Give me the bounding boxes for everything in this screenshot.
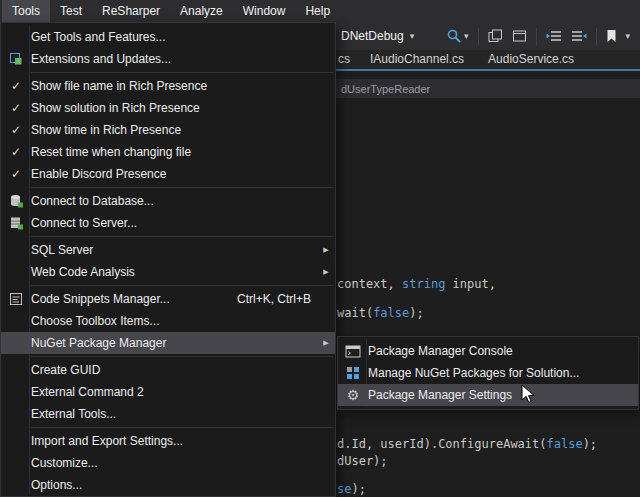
- list-arrow-left-icon[interactable]: [546, 29, 562, 43]
- vs-window: dUserTypeReader context, string input, w…: [0, 0, 640, 497]
- code-keyword: false: [547, 437, 583, 451]
- toolbar-separator: [536, 28, 537, 45]
- snippets-icon: [1, 292, 31, 306]
- menu-separator: [31, 236, 333, 237]
- menu-item-label: Show file name in Rich Presence: [31, 79, 207, 93]
- menu-separator: [31, 72, 333, 73]
- debug-target-dropdown[interactable]: DNetDebug ▾: [326, 22, 414, 50]
- menu-item-label: Options...: [31, 478, 82, 492]
- menubar-item-tools[interactable]: Tools: [2, 0, 50, 22]
- menu-item-label: Package Manager Settings: [368, 388, 512, 402]
- menu-item-external-command-2[interactable]: External Command 2: [1, 381, 335, 403]
- tab-iaudiochannel[interactable]: IAudioChannel.cs: [358, 50, 476, 69]
- check-icon: ✓: [11, 124, 21, 136]
- submenu-item-manage-nuget-packages[interactable]: Manage NuGet Packages for Solution...: [338, 362, 638, 384]
- menu-item-label: Extensions and Updates...: [31, 52, 171, 66]
- submenu-item-package-manager-console[interactable]: Package Manager Console: [338, 340, 638, 362]
- menu-item-label: External Command 2: [31, 385, 144, 399]
- menu-item-shortcut: Ctrl+K, Ctrl+B: [237, 292, 311, 306]
- tools-menu: Get Tools and Features... Extensions and…: [0, 22, 336, 497]
- menu-item-import-export-settings[interactable]: Import and Export Settings...: [1, 430, 335, 452]
- chevron-down-icon: ▾: [410, 32, 415, 41]
- tab-audioservice[interactable]: AudioService.cs: [476, 50, 586, 69]
- check-icon: ✓: [11, 80, 21, 92]
- check-icon: ✓: [1, 168, 31, 180]
- code-text: );: [351, 482, 365, 496]
- menu-item-label: Customize...: [31, 456, 98, 470]
- code-text: context,: [337, 277, 402, 291]
- code-keyword: false: [373, 306, 409, 320]
- list-arrow-right-icon[interactable]: [571, 29, 587, 43]
- nuget-submenu: Package Manager Console Manage NuGet Pac…: [337, 336, 639, 410]
- menu-item-connect-to-database[interactable]: Connect to Database...: [1, 190, 335, 212]
- menu-bar: Tools Test ReSharper Analyze Window Help: [0, 0, 640, 22]
- menubar-item-test[interactable]: Test: [50, 0, 92, 22]
- search-icon[interactable]: ▾: [446, 28, 469, 44]
- bookmark-icon[interactable]: [606, 29, 617, 43]
- menubar-item-help[interactable]: Help: [295, 0, 340, 22]
- menu-item-label: Code Snippets Manager...: [31, 292, 170, 306]
- code-text: );: [583, 437, 597, 451]
- menu-item-label: Manage NuGet Packages for Solution...: [368, 366, 579, 380]
- menu-item-label: Get Tools and Features...: [31, 30, 166, 44]
- menu-item-label: Show time in Rich Presence: [31, 123, 181, 137]
- menu-item-label: Web Code Analysis: [31, 265, 135, 279]
- toolbar-icons: ▾ ▾: [446, 22, 630, 50]
- menu-item-label: Create GUID: [31, 363, 100, 377]
- menubar-item-analyze[interactable]: Analyze: [170, 0, 233, 22]
- menu-item-connect-to-server[interactable]: Connect to Server...: [1, 212, 335, 234]
- menu-item-enable-discord-presence[interactable]: ✓ Enable Discord Presence: [1, 163, 335, 185]
- menu-item-nuget-package-manager[interactable]: NuGet Package Manager ▶: [1, 332, 335, 354]
- menu-separator: [31, 285, 333, 286]
- code-line: dUser);: [337, 454, 388, 470]
- check-icon: ✓: [11, 102, 21, 114]
- menu-item-show-time[interactable]: ✓ Show time in Rich Presence: [1, 119, 335, 141]
- menu-item-label: Reset time when changing file: [31, 145, 191, 159]
- window-icon[interactable]: [488, 29, 503, 43]
- toolbar-separator: [596, 28, 597, 45]
- check-icon: ✓: [1, 102, 31, 114]
- menu-item-label: Package Manager Console: [368, 344, 513, 358]
- menu-separator: [31, 356, 333, 357]
- menu-item-external-tools[interactable]: External Tools...: [1, 403, 335, 425]
- window-copy-icon[interactable]: [512, 29, 527, 43]
- gear-icon: ⚙: [338, 388, 368, 402]
- menu-item-label: External Tools...: [31, 407, 116, 421]
- menu-item-label: Connect to Server...: [31, 216, 137, 230]
- code-line: wait(false);: [337, 306, 424, 322]
- chevron-down-icon: ▾: [464, 32, 469, 41]
- code-keyword: string: [402, 277, 445, 291]
- menu-item-show-file-name[interactable]: ✓ Show file name in Rich Presence: [1, 75, 335, 97]
- menubar-item-resharper[interactable]: ReSharper: [92, 0, 170, 22]
- menu-item-code-snippets-manager[interactable]: Code Snippets Manager... Ctrl+K, Ctrl+B: [1, 288, 335, 310]
- database-icon: [1, 194, 31, 208]
- menu-item-label: Enable Discord Presence: [31, 167, 166, 181]
- submenu-arrow-icon: ▶: [317, 339, 335, 347]
- menu-item-label: Connect to Database...: [31, 194, 154, 208]
- menu-item-get-tools-and-features[interactable]: Get Tools and Features...: [1, 26, 335, 48]
- tab-partial[interactable]: cs: [336, 50, 358, 69]
- submenu-arrow-icon: ▶: [317, 246, 335, 254]
- menu-item-label: Import and Export Settings...: [31, 434, 183, 448]
- menu-item-customize[interactable]: Customize...: [1, 452, 335, 474]
- toolbar-overflow-icon[interactable]: ▾: [626, 32, 631, 41]
- menu-item-sql-server[interactable]: SQL Server ▶: [1, 239, 335, 261]
- menu-item-options[interactable]: Options...: [1, 474, 335, 496]
- extensions-icon: [1, 52, 31, 66]
- packages-icon: [338, 366, 368, 380]
- menu-item-create-guid[interactable]: Create GUID: [1, 359, 335, 381]
- check-icon: ✓: [1, 80, 31, 92]
- submenu-item-package-manager-settings[interactable]: ⚙ Package Manager Settings: [338, 384, 638, 406]
- menu-item-web-code-analysis[interactable]: Web Code Analysis ▶: [1, 261, 335, 283]
- menu-item-reset-time[interactable]: ✓ Reset time when changing file: [1, 141, 335, 163]
- menu-item-extensions-and-updates[interactable]: Extensions and Updates...: [1, 48, 335, 70]
- code-line: d.Id, userId).ConfigureAwait(false);: [337, 437, 597, 453]
- console-icon: [338, 345, 368, 358]
- menu-item-label: Show solution in Rich Presence: [31, 101, 200, 115]
- menubar-item-window[interactable]: Window: [233, 0, 296, 22]
- code-text: );: [409, 306, 423, 320]
- check-icon: ✓: [11, 168, 21, 180]
- menu-item-show-solution[interactable]: ✓ Show solution in Rich Presence: [1, 97, 335, 119]
- menu-item-choose-toolbox-items[interactable]: Choose Toolbox Items...: [1, 310, 335, 332]
- mouse-cursor: [521, 384, 535, 404]
